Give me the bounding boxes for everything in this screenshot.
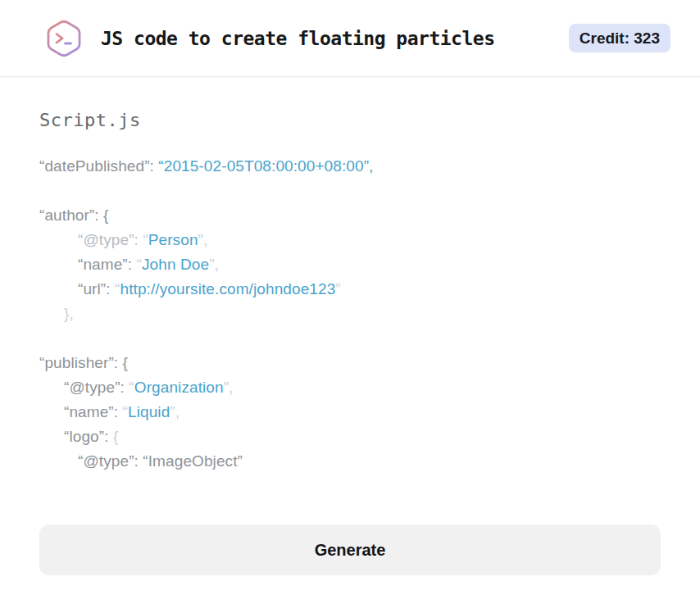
code-segment-punct: ”, [224,379,234,396]
code-line: “author”: { [39,203,661,228]
code-line: “logo”: { [39,425,661,449]
code-line: “@type”: “ImageObject” [39,449,661,474]
code-line: “name”: “John Doe”, [39,252,661,277]
code-line: “url”: “http://yoursite.com/johndoe123” [39,277,661,302]
code-line: “datePublished”: “2015-02-05T08:00:00+08… [39,154,661,179]
code-segment-value: Organization [134,379,224,396]
code-segment-value: http://yoursite.com/johndoe123 [120,280,335,297]
main-content: Script.js “datePublished”: “2015-02-05T0… [0,110,700,613]
code-segment-key: “@type”: [64,379,129,396]
file-title: Script.js [39,110,661,131]
code-line: }, [39,302,661,326]
code-line: “@type”: “Person”, [39,228,661,252]
code-segment-key: “datePublished”: [39,157,158,175]
code-segment-key: “publisher”: { [39,354,128,371]
code-segment-key: “@type”: “ImageObject” [78,452,243,470]
code-segment-value: “2015-02-05T08:00:00+08:00”, [158,157,373,175]
code-segment-punct: ”, [209,256,219,273]
page-title: JS code to create floating particles [101,28,495,49]
code-segment-key: “name”: [64,403,123,420]
code-segment-punct: { [113,428,118,445]
code-segment-punct: ”, [170,403,180,420]
code-segment-key: “author”: { [39,207,109,224]
code-segment-punct: ”, [198,231,208,248]
code-blank-line [39,326,661,351]
code-segment-key: “name”: [78,256,137,273]
code-line: “name”: “Liquid”, [39,400,661,425]
terminal-prompt-hexagon-icon [45,18,83,59]
header: JS code to create floating particles Cre… [0,0,700,77]
code-segment-key: “url”: [78,280,115,297]
code-segment-punct: }, [64,305,74,322]
code-blank-line [39,179,661,203]
code-segment-value: Person [148,231,198,248]
generate-button[interactable]: Generate [39,524,661,575]
code-segment-value: Liquid [128,403,170,420]
code-line: “publisher”: { [39,351,661,375]
app-window: JS code to create floating particles Cre… [0,0,700,613]
code-segment-key: “logo”: [64,428,113,445]
code-segment-value: John Doe [142,256,209,273]
code-segment-key_muted: “@type”: [78,231,143,248]
code-segment-punct: ” [335,280,340,297]
credit-badge: Credit: 323 [569,24,670,52]
code-block: “datePublished”: “2015-02-05T08:00:00+08… [39,154,661,474]
code-line: “@type”: “Organization”, [39,375,661,400]
